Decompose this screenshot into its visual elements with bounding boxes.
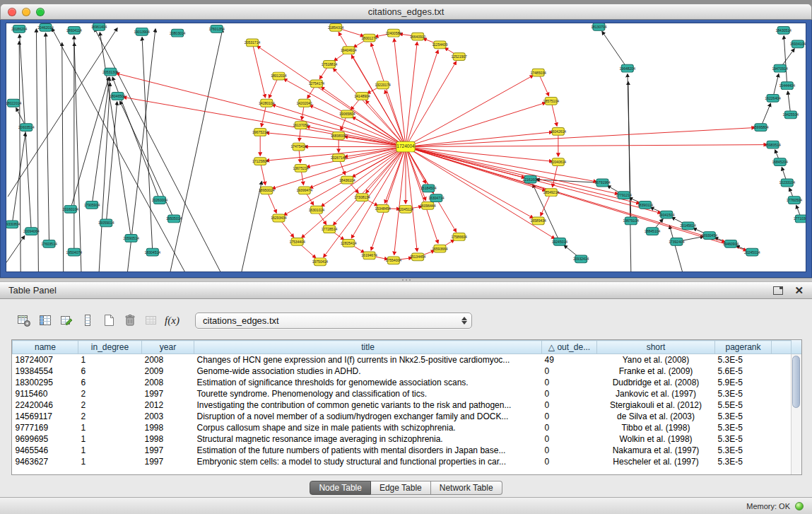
- graph-node[interactable]: 16593664: [432, 245, 448, 252]
- column-header-out_de[interactable]: △ out_de...: [542, 341, 597, 354]
- table-scrollbar[interactable]: [791, 354, 801, 474]
- graph-node[interactable]: 19404914: [341, 47, 357, 54]
- minimize-window-button[interactable]: [22, 8, 30, 16]
- graph-node[interactable]: 17534404: [289, 238, 305, 245]
- tab-edge-table[interactable]: Edge Table: [371, 481, 431, 495]
- table-row[interactable]: 1872400712008Changes of HCN gene express…: [13, 354, 793, 366]
- create-column-icon[interactable]: [57, 311, 76, 330]
- graph-node[interactable]: 18845104: [645, 228, 661, 235]
- scrollbar-thumb[interactable]: [792, 356, 800, 408]
- graph-node[interactable]: 18604114: [66, 26, 82, 34]
- graph-node[interactable]: 16791964: [594, 179, 611, 187]
- graph-node[interactable]: 17586604: [451, 233, 467, 241]
- graph-node[interactable]: 11254439: [432, 41, 447, 49]
- graph-node[interactable]: 18950024: [259, 187, 275, 194]
- graph-node[interactable]: 19679104: [623, 217, 640, 225]
- graph-node[interactable]: 17475414: [290, 143, 307, 151]
- table-row[interactable]: 946554611997Estimation of the future num…: [13, 445, 793, 456]
- graph-node[interactable]: 16838334: [331, 132, 347, 139]
- graph-node[interactable]: 17791214: [616, 192, 632, 199]
- zoom-window-button[interactable]: [36, 8, 45, 16]
- graph-node[interactable]: 18436104: [339, 176, 355, 184]
- graph-node[interactable]: 19648204: [620, 64, 636, 72]
- column-header-pagerank[interactable]: pagerank: [715, 341, 772, 354]
- graph-node[interactable]: 20803014: [170, 29, 186, 37]
- graph-node[interactable]: 20245014: [744, 248, 760, 256]
- graph-node[interactable]: 17760504: [787, 197, 803, 204]
- table-row[interactable]: 1938455462009Genome-wide association stu…: [13, 366, 793, 377]
- graph-node[interactable]: 16137054: [293, 122, 309, 129]
- graph-node[interactable]: 19460904: [723, 240, 739, 247]
- graph-node[interactable]: 19505014: [166, 215, 182, 223]
- graph-node[interactable]: 15995804: [753, 124, 769, 132]
- graph-node[interactable]: 19425504: [783, 111, 799, 119]
- graph-node[interactable]: 18390114: [637, 201, 653, 209]
- float-panel-icon[interactable]: [773, 286, 783, 295]
- tab-node-table[interactable]: Node Table: [310, 481, 371, 495]
- network-selector[interactable]: citations_edges.txt: [195, 313, 472, 329]
- graph-node[interactable]: 13220174: [375, 81, 391, 89]
- graph-node[interactable]: 18304514: [145, 248, 161, 256]
- delete-entries-icon[interactable]: [120, 311, 139, 330]
- graph-node[interactable]: 18575104: [543, 97, 560, 105]
- column-header-short[interactable]: short: [597, 341, 715, 354]
- graph-node[interactable]: 18046504: [110, 93, 126, 100]
- graph-node[interactable]: 20145614: [680, 222, 696, 230]
- table-options-icon[interactable]: [14, 311, 33, 330]
- graph-node[interactable]: 20531304: [102, 68, 119, 76]
- column-header-in_degree[interactable]: in_degree: [78, 341, 142, 354]
- graph-node[interactable]: 15134454: [410, 253, 426, 261]
- graph-node[interactable]: 16042614: [551, 128, 567, 136]
- graph-node[interactable]: 19245014: [552, 238, 568, 245]
- graph-node[interactable]: 19013904: [134, 28, 150, 35]
- graph-node[interactable]: 18022014: [6, 99, 22, 107]
- graph-node[interactable]: 16961404: [91, 23, 107, 30]
- column-header-name[interactable]: name: [13, 341, 78, 354]
- graph-node[interactable]: 13675214: [293, 165, 309, 173]
- graph-node[interactable]: 17710304: [794, 215, 806, 223]
- graph-node[interactable]: 20462014: [37, 23, 54, 31]
- graph-node[interactable]: 20260004: [152, 197, 168, 204]
- graph-node[interactable]: 20160104: [63, 205, 79, 213]
- column-header-year[interactable]: year: [142, 341, 194, 354]
- graph-node[interactable]: 14280104: [259, 99, 275, 107]
- table-row[interactable]: 1456911722003Disruption of a novel membe…: [13, 411, 793, 422]
- graph-node[interactable]: 17308134: [354, 194, 370, 201]
- graph-node[interactable]: 17554004: [386, 257, 402, 264]
- graph-node[interactable]: 20590514: [123, 235, 139, 243]
- row-options-icon[interactable]: [78, 311, 97, 330]
- graph-node[interactable]: 19675214: [252, 129, 269, 136]
- graph-node[interactable]: 12754174: [309, 80, 325, 88]
- window-titlebar[interactable]: citations_edges.txt: [0, 4, 812, 20]
- graph-node[interactable]: 17518814: [322, 60, 338, 68]
- graph-node[interactable]: 16934104: [790, 40, 806, 48]
- graph-node[interactable]: 18430514: [776, 26, 792, 34]
- network-graph[interactable]: 1724004125219071125443916640910224005841…: [6, 23, 806, 271]
- table-row[interactable]: 1830029562008Estimation of significance …: [13, 377, 793, 388]
- graph-node[interactable]: 17485034: [530, 69, 546, 76]
- graph-node[interactable]: 15444404: [779, 82, 796, 90]
- table-row[interactable]: 969969511998Structural magnetic resonanc…: [13, 433, 793, 445]
- graph-node[interactable]: 16589434: [530, 217, 546, 225]
- graph-node[interactable]: 19399474: [297, 187, 313, 194]
- function-builder-icon[interactable]: f(x): [163, 311, 182, 330]
- graph-node[interactable]: 19750414: [312, 258, 329, 266]
- tab-network-table[interactable]: Network Table: [431, 481, 502, 495]
- graph-node[interactable]: 22045114: [398, 205, 413, 213]
- graph-node[interactable]: 21854314: [328, 23, 344, 31]
- graph-node[interactable]: 19470914: [772, 64, 788, 72]
- graph-node[interactable]: 12161604: [522, 175, 539, 183]
- graph-node[interactable]: 20531714: [245, 39, 261, 47]
- graph-node[interactable]: 16640910: [410, 33, 426, 40]
- table-row[interactable]: 977716911998Corpus callosum shape and si…: [13, 422, 793, 433]
- graph-node[interactable]: 16096444: [420, 201, 436, 209]
- graph-node[interactable]: 15348454: [375, 204, 391, 212]
- memory-status-indicator[interactable]: [795, 502, 804, 510]
- graph-node[interactable]: 10233104: [779, 179, 796, 187]
- close-panel-icon[interactable]: ✕: [794, 286, 804, 296]
- graph-node[interactable]: 20603514: [18, 124, 35, 132]
- graph-node[interactable]: 17392404: [669, 238, 685, 245]
- graph-node[interactable]: 18001274: [361, 34, 377, 42]
- graph-node[interactable]: 17905904: [84, 201, 100, 209]
- close-window-button[interactable]: [8, 8, 16, 16]
